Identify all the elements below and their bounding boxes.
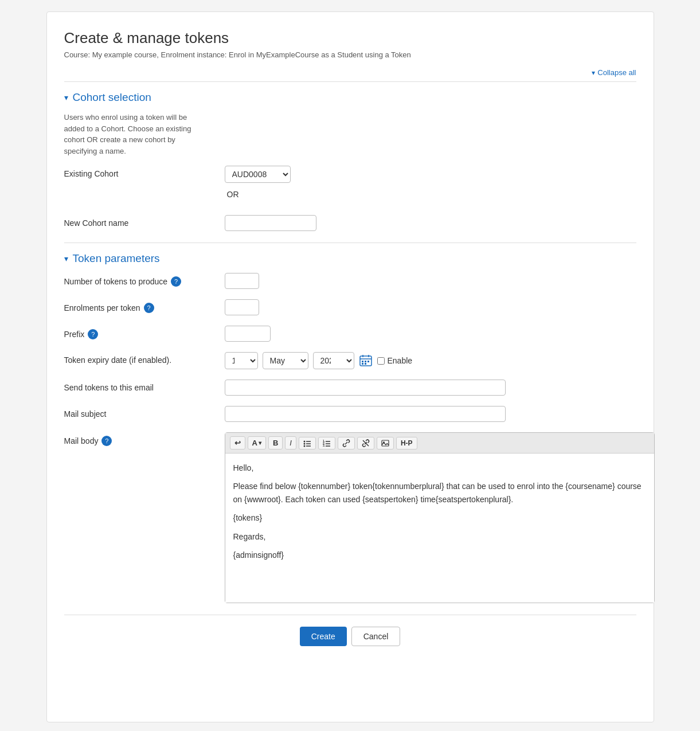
enrolments-help-icon[interactable]: ? (144, 303, 154, 313)
mail-body-line3: {tokens} (233, 511, 646, 524)
mail-subject-row: Mail subject Your enrolment tokens for E… (64, 406, 636, 422)
svg-point-13 (303, 445, 305, 447)
prefix-row: Prefix ? (64, 326, 636, 342)
enrolments-per-token-label: Enrolments per token ? (64, 299, 213, 313)
toolbar-bold-btn[interactable]: B (268, 436, 283, 449)
page-subtitle: Course: My example course, Enrolment ins… (64, 50, 636, 59)
num-tokens-control: 1 (225, 273, 636, 289)
prefix-label: Prefix ? (64, 326, 213, 339)
send-tokens-label: Send tokens to this email (64, 380, 213, 392)
token-section: ▾ Token parameters Number of tokens to p… (64, 243, 636, 603)
or-spacer (64, 193, 213, 197)
svg-rect-6 (367, 361, 369, 362)
existing-cohort-control: AUD0008 (225, 166, 636, 183)
collapse-all-row: Collapse all (64, 68, 636, 77)
svg-rect-8 (365, 363, 366, 365)
new-cohort-input[interactable] (225, 215, 316, 231)
date-group: 15 May 2020 (225, 352, 636, 369)
expiry-year-select[interactable]: 2020 (313, 352, 354, 369)
toolbar-unlink-btn[interactable] (357, 437, 374, 449)
num-tokens-input[interactable]: 1 (225, 273, 259, 289)
existing-cohort-select[interactable]: AUD0008 (225, 166, 291, 183)
cancel-button[interactable]: Cancel (351, 627, 401, 646)
svg-rect-22 (382, 440, 389, 446)
or-text: OR (225, 190, 636, 199)
footer-buttons: Create Cancel (64, 615, 636, 646)
toolbar-image-btn[interactable] (377, 437, 394, 449)
send-tokens-control: admin@null.test (225, 380, 636, 396)
num-tokens-row: Number of tokens to produce ? 1 (64, 273, 636, 289)
send-tokens-input[interactable]: admin@null.test (225, 380, 506, 396)
enable-checkbox-group: Enable (377, 356, 413, 365)
toolbar-undo-btn[interactable]: ↩ (230, 436, 245, 449)
mail-body-line2: Please find below {tokennumber} token{to… (233, 480, 646, 506)
enrolments-per-token-row: Enrolments per token ? 1 (64, 299, 636, 315)
toolbar-ol-btn[interactable]: 1. 2. 3. (318, 437, 335, 449)
svg-rect-7 (362, 363, 363, 365)
toolbar-hp-btn[interactable]: H-P (396, 437, 417, 449)
svg-rect-4 (362, 361, 363, 362)
cohort-section: ▾ Cohort selection Users who enrol using… (64, 81, 636, 231)
mail-body-line5: {adminsignoff} (233, 549, 646, 561)
page-title: Create & manage tokens (64, 29, 636, 47)
editor-body[interactable]: Hello, Please find below {tokennumber} t… (225, 454, 654, 603)
cohort-section-desc: Users who enrol using a token will be ad… (64, 112, 202, 157)
svg-rect-5 (365, 361, 366, 362)
token-section-title: Token parameters (73, 252, 160, 265)
prefix-input[interactable] (225, 326, 271, 342)
page-container: Create & manage tokens Course: My exampl… (46, 11, 654, 722)
new-cohort-label: New Cohort name (64, 215, 213, 228)
create-button[interactable]: Create (300, 627, 347, 646)
num-tokens-label: Number of tokens to produce ? (64, 273, 213, 287)
collapse-all-link[interactable]: Collapse all (592, 68, 636, 77)
calendar-icon[interactable] (359, 354, 373, 368)
mail-body-row: Mail body ? ↩ A ▾ B I (64, 432, 636, 603)
toolbar-italic-btn[interactable]: I (285, 436, 296, 449)
new-cohort-control (225, 215, 636, 231)
mail-body-line4: Regards, (233, 530, 646, 543)
editor-container: ↩ A ▾ B I (225, 432, 655, 603)
cohort-section-title: Cohort selection (73, 91, 151, 104)
existing-cohort-label: Existing Cohort (64, 166, 213, 178)
toolbar-link-btn[interactable] (338, 437, 355, 449)
expiry-label: Token expiry date (if enabled). (64, 352, 213, 365)
new-cohort-row: New Cohort name (64, 215, 636, 231)
svg-line-21 (363, 440, 369, 446)
enable-checkbox[interactable] (377, 357, 385, 365)
existing-cohort-row: Existing Cohort AUD0008 (64, 166, 636, 183)
prefix-control (225, 326, 636, 342)
mail-body-control: ↩ A ▾ B I (225, 432, 655, 603)
svg-point-9 (303, 440, 305, 442)
mail-subject-label: Mail subject (64, 406, 213, 419)
toolbar-font-btn[interactable]: A ▾ (248, 436, 266, 449)
enrolments-per-token-control: 1 (225, 299, 636, 315)
mail-body-help-icon[interactable]: ? (101, 436, 112, 446)
cohort-section-header: ▾ Cohort selection (64, 91, 636, 104)
num-tokens-help-icon[interactable]: ? (171, 276, 181, 287)
svg-point-11 (303, 443, 305, 444)
send-tokens-row: Send tokens to this email admin@null.tes… (64, 380, 636, 396)
token-toggle-icon[interactable]: ▾ (64, 254, 68, 263)
or-row: OR (64, 193, 636, 205)
token-section-header: ▾ Token parameters (64, 252, 636, 265)
mail-subject-input[interactable]: Your enrolment tokens for Enrol in MyExa… (225, 406, 506, 422)
svg-text:3.: 3. (323, 444, 326, 447)
prefix-help-icon[interactable]: ? (88, 329, 98, 339)
mail-body-line1: Hello, (233, 462, 646, 474)
enrolments-per-token-input[interactable]: 1 (225, 299, 259, 315)
expiry-row: Token expiry date (if enabled). 15 May 2… (64, 352, 636, 369)
expiry-month-select[interactable]: May (263, 352, 308, 369)
expiry-day-select[interactable]: 15 (225, 352, 258, 369)
expiry-control: 15 May 2020 (225, 352, 636, 369)
mail-body-label: Mail body ? (64, 432, 213, 446)
mail-subject-control: Your enrolment tokens for Enrol in MyExa… (225, 406, 636, 422)
enable-label: Enable (388, 356, 413, 365)
cohort-toggle-icon[interactable]: ▾ (64, 93, 68, 102)
editor-toolbar: ↩ A ▾ B I (225, 433, 654, 454)
or-text-area: OR (225, 193, 636, 205)
toolbar-ul-btn[interactable] (299, 437, 316, 449)
